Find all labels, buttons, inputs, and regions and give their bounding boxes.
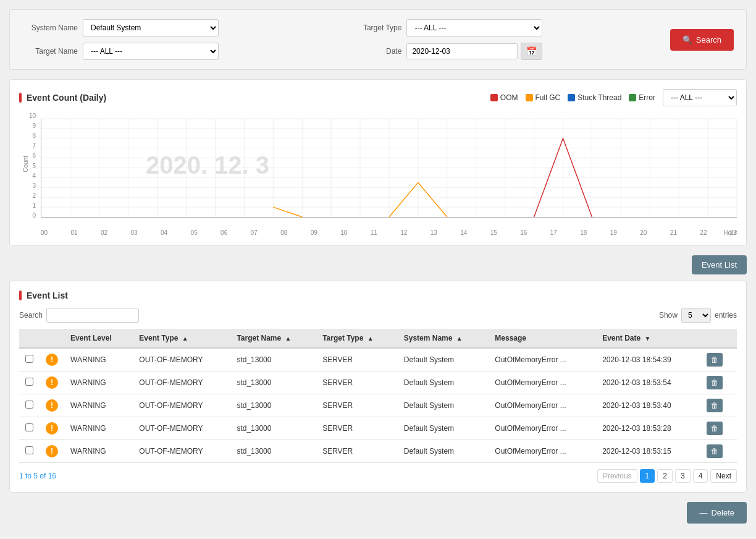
- chart-area: 2020. 12. 3: [41, 119, 737, 218]
- chart-filter-select[interactable]: --- ALL ---: [663, 89, 737, 106]
- row-checkbox[interactable]: [25, 446, 33, 454]
- date-row: Date 📅: [346, 43, 663, 60]
- event-date-sort-icon: ▼: [644, 335, 650, 342]
- col-actions: [700, 329, 737, 348]
- row-checkbox[interactable]: [25, 401, 33, 409]
- col-system-name[interactable]: System Name ▲: [398, 329, 489, 348]
- target-type-select[interactable]: --- ALL ---: [406, 19, 542, 36]
- pagination-row: 1 to 5 of 16 Previous 1 2 3 4 Next: [19, 469, 737, 483]
- col-event-type[interactable]: Event Type ▲: [133, 329, 230, 348]
- row-date: 2020-12-03 18:53:15: [596, 440, 700, 463]
- row-target-type: SERVER: [316, 440, 398, 463]
- filter-right: Target Type --- ALL --- Date 📅: [346, 19, 663, 60]
- row-checkbox-cell: [19, 417, 40, 440]
- row-checkbox[interactable]: [25, 423, 33, 431]
- show-select[interactable]: 5 10 25 50: [681, 308, 711, 323]
- chart-section: Event Count (Daily) OOM Full GC Stuck Th…: [9, 79, 747, 246]
- row-delete-button[interactable]: 🗑: [707, 422, 723, 435]
- filter-left: System Name Default System Target Name -…: [22, 19, 340, 60]
- target-type-label: Target Type: [346, 23, 401, 32]
- event-list-button[interactable]: Event List: [692, 255, 747, 274]
- target-type-row: Target Type --- ALL ---: [346, 19, 663, 36]
- row-delete-button[interactable]: 🗑: [707, 399, 723, 412]
- table-body: ! WARNING OUT-OF-MEMORY std_13000 SERVER…: [19, 348, 737, 463]
- table-search-input[interactable]: [46, 308, 139, 323]
- table-section: Event List Search Show 5 10 25 50 entrie…: [9, 281, 747, 493]
- filter-panel: System Name Default System Target Name -…: [9, 9, 747, 70]
- previous-button[interactable]: Previous: [597, 469, 637, 483]
- fullgc-label: Full GC: [536, 93, 561, 102]
- warning-icon: !: [46, 376, 58, 389]
- row-system-name: Default System: [398, 371, 489, 394]
- system-name-label: System Name: [22, 23, 78, 32]
- table-header-row: Event Level Event Type ▲ Target Name ▲ T…: [19, 329, 737, 348]
- row-date: 2020-12-03 18:54:39: [596, 348, 700, 371]
- stuck-label: Stuck Thread: [578, 93, 621, 102]
- row-system-name: Default System: [398, 348, 489, 371]
- chart-title-row: Event Count (Daily): [19, 93, 106, 103]
- chart-container: 012345678910 Count 2020. 12. 3: [19, 112, 737, 236]
- chart-legend: OOM Full GC Stuck Thread Error: [490, 93, 655, 102]
- calendar-button[interactable]: 📅: [521, 43, 542, 60]
- delete-label: Delete: [711, 508, 734, 517]
- search-icon: 🔍: [682, 35, 692, 45]
- row-target-name: std_13000: [230, 417, 316, 440]
- row-icon-cell: !: [40, 371, 64, 394]
- pagination-controls: Previous 1 2 3 4 Next: [597, 469, 737, 483]
- row-message: OutOfMemoryError ...: [489, 417, 596, 440]
- system-name-select[interactable]: Default System: [83, 19, 219, 36]
- row-icon-cell: !: [40, 417, 64, 440]
- delete-button[interactable]: — Delete: [687, 502, 747, 524]
- col-event-level: Event Level: [64, 329, 133, 348]
- table-title-bar-icon: [19, 291, 22, 300]
- search-button[interactable]: 🔍 Search: [670, 29, 734, 51]
- col-target-name[interactable]: Target Name ▲: [230, 329, 316, 348]
- date-input[interactable]: [406, 43, 518, 59]
- row-target-type: SERVER: [316, 417, 398, 440]
- row-level: WARNING: [64, 417, 133, 440]
- row-level: WARNING: [64, 394, 133, 417]
- row-level: WARNING: [64, 440, 133, 463]
- col-target-type[interactable]: Target Type ▲: [316, 329, 398, 348]
- row-delete-button[interactable]: 🗑: [707, 376, 723, 389]
- page-3-button[interactable]: 3: [675, 469, 691, 483]
- error-dot: [629, 94, 636, 101]
- table-controls: Search Show 5 10 25 50 entries: [19, 308, 737, 323]
- legend-error: Error: [629, 93, 655, 102]
- row-checkbox-cell: [19, 394, 40, 417]
- table-title: Event List: [27, 291, 68, 300]
- fullgc-dot: [526, 94, 533, 101]
- table-search-row: Search: [19, 308, 139, 323]
- row-checkbox[interactable]: [25, 355, 33, 363]
- row-delete-cell: 🗑: [700, 440, 737, 463]
- row-message: OutOfMemoryError ...: [489, 348, 596, 371]
- col-icon: [40, 329, 64, 348]
- table-search-label: Search: [19, 311, 43, 320]
- row-checkbox[interactable]: [25, 378, 33, 386]
- row-checkbox-cell: [19, 348, 40, 371]
- row-delete-cell: 🗑: [700, 348, 737, 371]
- error-label: Error: [639, 93, 655, 102]
- row-target-type: SERVER: [316, 348, 398, 371]
- target-name-row: Target Name --- ALL ---: [22, 43, 340, 60]
- table-row: ! WARNING OUT-OF-MEMORY std_13000 SERVER…: [19, 417, 737, 440]
- row-delete-button[interactable]: 🗑: [707, 353, 723, 367]
- row-type: OUT-OF-MEMORY: [133, 417, 230, 440]
- page-2-button[interactable]: 2: [657, 469, 673, 483]
- target-name-select[interactable]: --- ALL ---: [83, 43, 219, 60]
- page-1-button[interactable]: 1: [640, 469, 655, 483]
- col-checkbox: [19, 329, 40, 348]
- show-label: Show: [659, 311, 678, 320]
- row-delete-button[interactable]: 🗑: [707, 444, 723, 458]
- row-icon-cell: !: [40, 394, 64, 417]
- legend-fullgc: Full GC: [526, 93, 561, 102]
- col-event-date[interactable]: Event Date ▼: [596, 329, 700, 348]
- stuck-dot: [568, 94, 575, 101]
- next-button[interactable]: Next: [710, 469, 737, 483]
- row-icon-cell: !: [40, 440, 64, 463]
- date-label: Date: [346, 47, 401, 56]
- row-icon-cell: !: [40, 348, 64, 371]
- x-axis-unit-label: Hour: [723, 229, 737, 236]
- row-date: 2020-12-03 18:53:54: [596, 371, 700, 394]
- page-4-button[interactable]: 4: [693, 469, 708, 483]
